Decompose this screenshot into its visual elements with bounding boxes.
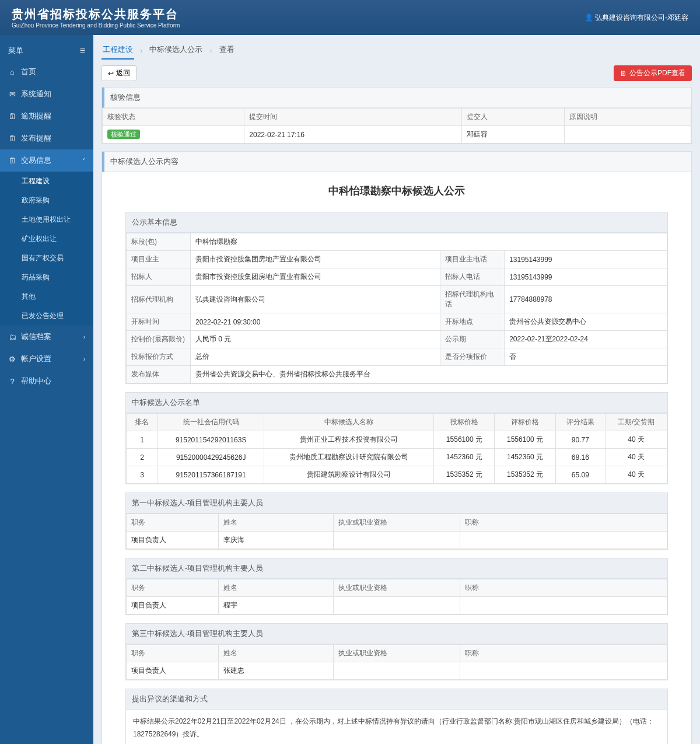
title — [460, 597, 667, 614]
sidebar-item-3[interactable]: 🗓发布提醒 — [0, 127, 93, 149]
verify-h3: 原因说明 — [565, 109, 691, 126]
cell-name: 贵阳建筑勘察设计有限公司 — [264, 466, 434, 484]
v-opentime: 2022-02-21 09:30:00 — [191, 313, 440, 331]
pdf-button[interactable]: 🗎公告公示PDF查看 — [614, 65, 692, 81]
sidebar-sub-1[interactable]: 政府采购 — [0, 191, 93, 210]
announce-panel: 中标候选人公示内容 中科怡璟勘察中标候选人公示 公示基本信息 标段(包)中科怡璟… — [102, 151, 692, 744]
list-h5: 评分结果 — [555, 414, 606, 431]
sidebar-sub-4[interactable]: 国有产权交易 — [0, 249, 93, 268]
sidebar-item-4[interactable]: 🗓交易信息˅ — [0, 149, 93, 172]
breadcrumb-item-2: 查看 — [218, 41, 236, 60]
content: 工程建设›中标候选人公示›查看 ↩返回 🗎公告公示PDF查看 核验信息 核验状态… — [93, 35, 700, 744]
sidebar-item-label: 诚信档案 — [21, 331, 51, 342]
cand-section-title: 第三中标候选人-项目管理机构主要人员 — [126, 624, 667, 644]
sidebar-icon: ⌂ — [8, 68, 16, 76]
sidebar-icon: 🗓 — [8, 156, 16, 165]
h-qual: 执业或职业资格 — [334, 579, 460, 597]
cell-score: 68.16 — [555, 449, 606, 466]
pdf-icon: 🗎 — [620, 69, 627, 78]
cell-rank: 2 — [127, 449, 158, 466]
cand-section-1: 第二中标候选人-项目管理机构主要人员职务姓名执业或职业资格职称项目负责人程宇 — [125, 558, 668, 615]
sidebar-item-label: 帮助中心 — [21, 376, 51, 386]
cell-code: 91520115429201163S — [158, 431, 264, 449]
k-package: 标段(包) — [127, 233, 191, 251]
k-owner-tel: 项目业主电话 — [440, 251, 505, 268]
v-limit: 人民币 0 元 — [191, 331, 440, 348]
sidebar-sub-7[interactable]: 已发公告处理 — [0, 306, 93, 326]
sidebar-item-2[interactable]: 🗓逾期提醒 — [0, 105, 93, 127]
user-icon: 👤 — [584, 13, 593, 22]
duty: 项目负责人 — [127, 662, 219, 680]
h-name: 姓名 — [218, 514, 333, 532]
verify-title: 核验信息 — [102, 88, 691, 108]
v-media: 贵州省公共资源交易中心、贵州省招标投标公共服务平台 — [191, 366, 667, 383]
v-package: 中科怡璟勘察 — [191, 233, 667, 251]
qual — [334, 532, 460, 549]
breadcrumb-sep: › — [140, 46, 142, 55]
h-qual: 执业或职业资格 — [334, 514, 460, 532]
list-row-0: 191520115429201163S贵州正业工程技术投资有限公司1556100… — [127, 431, 667, 449]
sidebar-sub-5[interactable]: 药品采购 — [0, 268, 93, 287]
verify-header-row: 核验状态 提交时间 提交人 原因说明 — [103, 109, 691, 126]
verify-h0: 核验状态 — [103, 109, 244, 126]
v-openplace: 贵州省公共资源交易中心 — [505, 313, 667, 331]
basic-info-title: 公示基本信息 — [126, 212, 667, 233]
k-quote: 投标报价方式 — [127, 348, 191, 366]
k-split: 是否分项报价 — [440, 348, 505, 366]
h-title: 职称 — [460, 645, 667, 662]
chevron-icon: › — [83, 356, 85, 362]
sidebar-item-0[interactable]: ⌂首页 — [0, 61, 93, 83]
sidebar-item-5[interactable]: 🗂诚信档案› — [0, 326, 93, 348]
v-agent: 弘典建设咨询有限公司 — [191, 286, 440, 313]
list-h4: 评标价格 — [495, 414, 555, 431]
sidebar-icon: ? — [8, 377, 16, 386]
status-badge: 核验通过 — [107, 130, 140, 139]
sidebar-sub-3[interactable]: 矿业权出让 — [0, 229, 93, 249]
v-owner-tel: 13195143999 — [505, 251, 667, 268]
v-agent-tel: 17784888978 — [505, 286, 667, 313]
back-label: 返回 — [116, 68, 130, 78]
k-limit: 控制价(最高限价) — [127, 331, 191, 348]
sidebar-item-7[interactable]: ?帮助中心 — [0, 370, 93, 392]
basic-info-table: 标段(包)中科怡璟勘察 项目业主贵阳市投资控股集团房地产置业有限公司项目业主电话… — [126, 233, 667, 383]
cell-eval: 1556100 元 — [495, 431, 555, 449]
verify-h2: 提交人 — [461, 109, 565, 126]
hamburger-icon[interactable]: ≡ — [80, 46, 85, 56]
sidebar-item-1[interactable]: ✉系统通知 — [0, 83, 93, 105]
list-h6: 工期/交货期 — [606, 414, 667, 431]
name: 李庆海 — [218, 532, 333, 549]
h-title: 职称 — [460, 579, 667, 597]
user-name: 弘典建设咨询有限公司-邓廷容 — [595, 13, 688, 23]
sidebar-item-6[interactable]: ⚙帐户设置› — [0, 348, 93, 370]
sidebar-sub-2[interactable]: 土地使用权出让 — [0, 210, 93, 229]
announce-title: 中科怡璟勘察中标候选人公示 — [102, 172, 691, 206]
cell-code: 91520000429245626J — [158, 449, 264, 466]
breadcrumb-item-1[interactable]: 中标候选人公示 — [148, 41, 204, 60]
breadcrumb-item-0[interactable]: 工程建设 — [102, 41, 134, 60]
sidebar-item-label: 首页 — [21, 67, 36, 77]
sidebar-sub-0[interactable]: 工程建设 — [0, 172, 93, 191]
back-button[interactable]: ↩返回 — [102, 65, 136, 81]
candidate-list-panel: 中标候选人公示名单 排名统一社会信用代码中标候选人名称投标价格评标价格评分结果工… — [125, 392, 668, 484]
cell-period: 40 天 — [606, 431, 667, 449]
list-h0: 排名 — [127, 414, 158, 431]
sidebar-item-label: 逾期提醒 — [21, 111, 51, 121]
k-owner: 项目业主 — [127, 251, 191, 268]
sidebar-icon: 🗂 — [8, 333, 16, 341]
list-header-row: 排名统一社会信用代码中标候选人名称投标价格评标价格评分结果工期/交货期 — [127, 414, 667, 431]
cell-eval: 1452360 元 — [495, 449, 555, 466]
cell-bid: 1452360 元 — [434, 449, 495, 466]
user-area[interactable]: 👤 弘典建设咨询有限公司-邓廷容 — [584, 13, 688, 23]
qual — [334, 597, 460, 614]
sidebar: 菜单 ≡ ⌂首页✉系统通知🗓逾期提醒🗓发布提醒🗓交易信息˅工程建设政府采购土地使… — [0, 35, 93, 744]
site-title-cn: 贵州省招标投标公共服务平台 — [12, 6, 180, 22]
v-period: 2022-02-21至2022-02-24 — [505, 331, 667, 348]
sidebar-sub-6[interactable]: 其他 — [0, 287, 93, 306]
k-tenderer-tel: 招标人电话 — [440, 268, 505, 286]
name: 张建忠 — [218, 662, 333, 680]
h-duty: 职务 — [127, 579, 219, 597]
announce-section-title: 中标候选人公示内容 — [102, 152, 691, 172]
v-tenderer-tel: 13195143999 — [505, 268, 667, 286]
candidate-list-title: 中标候选人公示名单 — [126, 393, 667, 413]
dispute-text: 中标结果公示2022年02月21日至2022年02月24日 ，在公示期内，对上述… — [126, 710, 667, 744]
